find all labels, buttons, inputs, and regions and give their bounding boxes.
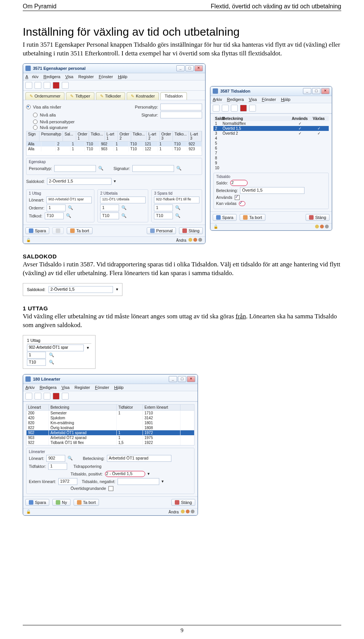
tool-icon[interactable] bbox=[53, 393, 60, 400]
search-icon[interactable]: 🔍 bbox=[121, 213, 127, 218]
beteckning-input[interactable]: Arbetstid ÖT1 sparad bbox=[107, 455, 171, 462]
menu-hjalp[interactable]: Hjälp bbox=[114, 385, 124, 390]
menu-register[interactable]: Register bbox=[75, 385, 90, 390]
search-icon[interactable]: 🔍 bbox=[67, 456, 73, 461]
spara-button[interactable]: Spara bbox=[25, 227, 49, 234]
tidkod-input-1[interactable]: T10 bbox=[45, 212, 64, 219]
signatur-input[interactable] bbox=[160, 112, 202, 118]
close-button[interactable]: ✕ bbox=[187, 376, 195, 382]
maximize-button[interactable]: ▢ bbox=[185, 65, 194, 71]
tool-icon[interactable] bbox=[25, 82, 32, 89]
chevron-down-icon[interactable]: ▾ bbox=[147, 471, 150, 476]
search-icon[interactable]: 🔍 bbox=[176, 166, 182, 171]
search-icon[interactable]: 🔍 bbox=[66, 213, 71, 218]
saldokod-select[interactable]: 2-Övertid 1,5 bbox=[47, 178, 111, 185]
tool-icon[interactable] bbox=[62, 82, 69, 89]
menu-visa[interactable]: Visa bbox=[65, 74, 73, 79]
tool-icon[interactable] bbox=[25, 393, 32, 400]
radio-visa-alla[interactable] bbox=[26, 105, 31, 109]
tool-icon[interactable] bbox=[213, 105, 220, 112]
minimize-button[interactable]: _ bbox=[176, 65, 185, 71]
close-button[interactable]: ✕ bbox=[195, 65, 203, 71]
menubar[interactable]: Arkiv Redigera Visa Register Fönster Hjä… bbox=[23, 73, 205, 80]
tool-icon[interactable] bbox=[249, 105, 256, 112]
menu-fonster[interactable]: Fönster bbox=[262, 97, 276, 102]
tool-icon[interactable] bbox=[240, 105, 247, 112]
chevron-down-icon[interactable]: ▾ bbox=[116, 287, 118, 292]
snip-select[interactable]: 2-Övertid 1,5 bbox=[49, 286, 113, 293]
tab-tidsaldon[interactable]: Tidsaldon bbox=[160, 92, 187, 100]
anvands-checkbox[interactable] bbox=[235, 195, 240, 200]
radio-niva-signaturer[interactable] bbox=[33, 125, 38, 130]
beteckning-input[interactable]: Övertid 1,5 bbox=[240, 187, 304, 194]
grid-body[interactable]: 200Semester11710420Sjukdom3142820Km-ersä… bbox=[26, 411, 195, 445]
tool-icon[interactable] bbox=[53, 82, 60, 89]
loneart-input[interactable]: 902 bbox=[46, 455, 65, 462]
tidsaldo-neg-select[interactable] bbox=[118, 478, 159, 485]
kanvaxlas-checkbox[interactable] bbox=[239, 201, 245, 206]
tool-icon[interactable] bbox=[44, 393, 50, 400]
minimize-button[interactable]: _ bbox=[169, 376, 177, 382]
chevron-down-icon[interactable]: ▾ bbox=[87, 345, 89, 350]
extern-input[interactable]: 1972 bbox=[58, 478, 77, 485]
chevron-down-icon[interactable]: ▾ bbox=[114, 179, 116, 184]
chevron-down-icon[interactable]: ▾ bbox=[162, 479, 164, 484]
tool-icon[interactable] bbox=[35, 82, 41, 89]
menu-hjalp[interactable]: Hjälp bbox=[281, 97, 290, 102]
minimize-button[interactable]: _ bbox=[303, 88, 311, 94]
tool-icon[interactable] bbox=[44, 82, 50, 89]
tab-tidtyper[interactable]: ✎Tidtyper bbox=[66, 92, 94, 100]
spara-button[interactable]: Spara bbox=[25, 499, 49, 506]
search-icon[interactable]: 🔍 bbox=[68, 205, 73, 210]
menu-fonster[interactable]: Fönster bbox=[99, 74, 113, 79]
menu-hjalp[interactable]: Hjälp bbox=[118, 74, 127, 79]
tab-kostnader[interactable]: ✎Kostnader bbox=[127, 92, 159, 100]
menu-fonster[interactable]: Fönster bbox=[95, 385, 109, 390]
saldo-input[interactable]: 2 bbox=[230, 180, 248, 186]
loneart-input-1[interactable]: 902-Arbetstid ÖT1 spar bbox=[46, 197, 92, 203]
tidsaldo-pos-select[interactable]: 2 - Övertid 1,5 bbox=[105, 471, 145, 477]
search-icon[interactable]: 🔍 bbox=[98, 166, 104, 171]
search-icon[interactable]: 🔍 bbox=[175, 213, 180, 218]
tidsaldon-list[interactable]: Saldo Beteckning Används Växlas 1Normalt… bbox=[213, 116, 329, 170]
search-icon[interactable]: 🔍 bbox=[49, 353, 54, 357]
tool-icon[interactable] bbox=[35, 393, 41, 400]
close-button[interactable]: ✕ bbox=[321, 88, 329, 94]
tabort-button[interactable]: Ta bort bbox=[74, 499, 99, 506]
maximize-button[interactable]: ▢ bbox=[178, 376, 186, 382]
stang-button[interactable]: Stäng bbox=[179, 227, 203, 234]
stang-button[interactable]: Stäng bbox=[171, 499, 195, 506]
snip-tidkod[interactable]: T10 bbox=[27, 359, 46, 366]
personaltyp-input2[interactable] bbox=[54, 165, 96, 172]
radio-niva-alla[interactable] bbox=[33, 113, 38, 117]
tool-icon[interactable] bbox=[62, 393, 69, 400]
tool-icon[interactable] bbox=[222, 105, 229, 112]
menu-redigera[interactable]: Redigera bbox=[40, 385, 57, 390]
menu-arkiv[interactable]: Arkiv bbox=[213, 97, 222, 102]
search-icon[interactable]: 🔍 bbox=[175, 205, 180, 210]
ordernr-input-2[interactable]: 1 bbox=[100, 205, 119, 211]
ny-button[interactable]: Ny bbox=[52, 499, 70, 506]
spara-button[interactable]: Spara bbox=[213, 214, 237, 221]
ordernr-input-3[interactable]: 1 bbox=[154, 205, 173, 211]
menu-visa[interactable]: Visa bbox=[61, 385, 69, 390]
overtid-checkbox[interactable] bbox=[108, 486, 113, 491]
stang-button[interactable]: Stäng bbox=[306, 214, 329, 221]
grid-body[interactable]: Alla21T109021T101211T10922Alla31T109031T… bbox=[26, 142, 202, 156]
menubar[interactable]: Arkiv Redigera Visa Register Fönster Hjä… bbox=[23, 384, 198, 391]
signatur-input2[interactable] bbox=[132, 165, 174, 172]
ordernr-input-1[interactable]: 1 bbox=[47, 205, 66, 211]
menu-arkiv[interactable]: Arkiv bbox=[25, 74, 38, 79]
menu-register[interactable]: Register bbox=[78, 74, 94, 79]
menubar[interactable]: Arkiv Redigera Visa Fönster Hjälp bbox=[210, 96, 332, 103]
tidkod-input-3[interactable]: T10 bbox=[154, 212, 173, 219]
tidkod-input-2[interactable]: T10 bbox=[100, 212, 119, 219]
tidfaktor-input[interactable]: 1 bbox=[48, 463, 67, 470]
tabort-button[interactable]: Ta bort bbox=[67, 227, 93, 234]
menu-arkiv[interactable]: Arkiv bbox=[25, 385, 35, 390]
menu-visa[interactable]: Visa bbox=[249, 97, 257, 102]
search-icon[interactable]: 🔍 bbox=[121, 205, 127, 210]
tab-ordernummer[interactable]: ✎Ordernummer bbox=[25, 92, 64, 100]
menu-redigera[interactable]: Redigera bbox=[227, 97, 244, 102]
loneart-input-2[interactable]: 121-ÖT1 Utbetala bbox=[100, 197, 146, 203]
